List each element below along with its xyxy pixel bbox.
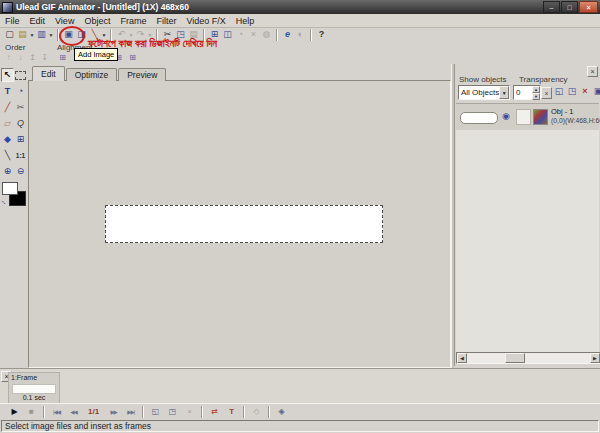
order-down-icon[interactable]: ↓ xyxy=(15,52,26,63)
tool-palette: ↖ T ◔ ╱ ✂ ▱ Q ◆ ⊞ ╲ 1:1 ⊕ ⊖ ↔ xyxy=(0,64,28,368)
menu-frame[interactable]: Frame xyxy=(115,16,151,26)
visibility-eye-icon[interactable]: ◉ xyxy=(502,111,510,121)
add-image-icon[interactable]: ▣ xyxy=(62,28,75,41)
order-to-back-icon[interactable]: ↧ xyxy=(39,52,50,63)
restore-button[interactable]: □ xyxy=(561,1,578,13)
preview-icon[interactable]: ◐ xyxy=(294,28,307,41)
foreground-color-swatch[interactable] xyxy=(2,182,18,195)
object-list-item[interactable]: ◉ Obj - 1 (0,0)(W:468,H:60) xyxy=(456,103,599,132)
toolbar-separator xyxy=(57,29,59,41)
go-last-frame-icon[interactable]: ▶▶| xyxy=(122,405,139,418)
transparency-spinner[interactable]: 0 ▲ ▼ xyxy=(513,85,541,100)
object-list-empty-area xyxy=(456,130,599,352)
mode-tabs: Edit Optimize Preview xyxy=(32,66,167,81)
scroll-right-icon[interactable]: ▶ xyxy=(590,353,600,363)
add-video-icon[interactable]: ◨ xyxy=(75,28,88,41)
magic-wand-tool-icon[interactable]: Q xyxy=(14,116,27,130)
previous-frame-icon[interactable]: ◀◀ xyxy=(65,405,82,418)
frame-counter: 1/1 xyxy=(82,407,105,416)
align-left-icon[interactable]: ⊞ xyxy=(56,52,69,63)
transform-tool-icon[interactable]: ◔ xyxy=(14,84,27,98)
spin-up-icon[interactable]: ▲ xyxy=(532,86,540,93)
window-title: Ulead GIF Animator - [Untitled] (1X) 468… xyxy=(16,2,542,12)
save-dropdown-icon[interactable]: ▼ xyxy=(48,28,54,41)
add-object-icon[interactable]: ◱ xyxy=(553,85,565,97)
play-icon[interactable]: ▶ xyxy=(6,405,23,418)
menu-object[interactable]: Object xyxy=(79,16,115,26)
reverse-frames-icon[interactable]: ⇄ xyxy=(206,405,223,418)
toolbar-separator xyxy=(201,406,203,418)
help-icon[interactable]: ? xyxy=(315,28,328,41)
tab-optimize[interactable]: Optimize xyxy=(66,68,118,81)
next-frame-icon[interactable]: ▶▶ xyxy=(105,405,122,418)
paintbrush-tool-icon[interactable]: ╱ xyxy=(1,100,14,114)
new-file-icon[interactable]: ▢ xyxy=(3,28,16,41)
object-properties-icon[interactable]: ▣ xyxy=(592,85,600,97)
add-banner-text-icon[interactable]: T xyxy=(223,405,240,418)
align-bottom-icon[interactable]: ⊞ xyxy=(126,52,139,63)
toolbar-separator xyxy=(43,406,45,418)
eraser-tool-icon[interactable]: ▱ xyxy=(1,116,14,130)
go-first-frame-icon[interactable]: |◀◀ xyxy=(48,405,65,418)
objects-filter-value: All Objects xyxy=(459,88,499,97)
object-panel-actions: ◱ ◳ × ▣ xyxy=(553,85,600,97)
frame-item[interactable]: 1:Frame 0.1 sec xyxy=(8,372,60,404)
zoom-in-tool-icon[interactable]: ⊕ xyxy=(1,164,14,178)
object-thumbnail xyxy=(460,112,498,124)
menu-file[interactable]: File xyxy=(0,16,25,26)
app-icon xyxy=(2,2,13,13)
spin-down-icon[interactable]: ▼ xyxy=(532,93,540,100)
order-to-front-icon[interactable]: ↥ xyxy=(27,52,38,63)
menu-edit[interactable]: Edit xyxy=(25,16,51,26)
tab-preview[interactable]: Preview xyxy=(118,68,166,81)
fill-tool-icon[interactable]: ◆ xyxy=(1,132,14,146)
save-icon[interactable]: ▥ xyxy=(35,28,48,41)
crop-tool-icon[interactable]: ⊞ xyxy=(14,132,27,146)
text-tool-icon[interactable]: T xyxy=(1,84,14,98)
duplicate-object-icon[interactable]: ◳ xyxy=(566,85,578,97)
zoom-out-tool-icon[interactable]: ⊖ xyxy=(14,164,27,178)
open-file-icon[interactable]: ▤ xyxy=(16,28,29,41)
toolbar-separator xyxy=(243,406,245,418)
tween-icon[interactable]: ◇ xyxy=(248,405,265,418)
toolbar-separator xyxy=(268,406,270,418)
delete-frame-icon[interactable]: × xyxy=(181,405,198,418)
marquee-tool-icon[interactable] xyxy=(14,68,27,82)
panel-close-icon[interactable]: × xyxy=(587,66,598,77)
stop-icon[interactable]: ■ xyxy=(23,405,40,418)
select-tool-icon[interactable]: ↖ xyxy=(1,68,14,82)
minimize-button[interactable]: – xyxy=(543,1,560,13)
delete-object-icon[interactable]: × xyxy=(579,85,591,97)
identical-frames-icon[interactable]: ◈ xyxy=(273,405,290,418)
scroll-thumb[interactable] xyxy=(505,353,525,363)
frame-duration: 0.1 sec xyxy=(9,394,59,401)
duplicate-frame-icon[interactable]: ◳ xyxy=(164,405,181,418)
annotation-text: ফটোশপে কাজ করা ডিজাইনটি দেখিয়ে দিন xyxy=(88,38,288,50)
menu-filter[interactable]: Filter xyxy=(151,16,181,26)
eyedropper-tool-icon[interactable]: ╲ xyxy=(1,148,14,162)
banner-image-object[interactable] xyxy=(105,205,383,243)
status-message: Select image files and insert as frames xyxy=(5,421,151,431)
tab-edit[interactable]: Edit xyxy=(32,66,65,81)
menu-video-fx[interactable]: Video F/X xyxy=(181,16,230,26)
menu-help[interactable]: Help xyxy=(231,16,260,26)
lasso-tool-icon[interactable]: ✂ xyxy=(14,100,27,114)
transparency-extra-button[interactable]: x xyxy=(541,87,552,99)
object-color-swatch xyxy=(533,109,548,125)
objects-filter-dropdown[interactable]: All Objects ▼ xyxy=(458,85,510,100)
object-list-hscrollbar[interactable]: ◀ ▶ xyxy=(456,352,600,364)
add-frame-icon[interactable]: ◱ xyxy=(147,405,164,418)
menu-view[interactable]: View xyxy=(50,16,79,26)
status-message-container: Select image files and insert as frames xyxy=(1,420,599,432)
order-up-icon[interactable]: ↑ xyxy=(3,52,14,63)
object-manager-panel: × Show objects Transparency All Objects … xyxy=(454,64,600,366)
title-bar: Ulead GIF Animator - [Untitled] (1X) 468… xyxy=(0,0,600,14)
actual-size-tool-icon[interactable]: 1:1 xyxy=(14,148,27,162)
transparency-label: Transparency xyxy=(519,75,568,84)
dropdown-arrow-icon[interactable]: ▼ xyxy=(499,86,509,99)
close-button[interactable]: × xyxy=(579,1,598,13)
object-geometry: (0,0)(W:468,H:60) xyxy=(551,117,600,124)
canvas-area[interactable] xyxy=(28,80,451,368)
scroll-left-icon[interactable]: ◀ xyxy=(457,353,467,363)
frame-timeline: × 1:Frame 0.1 sec xyxy=(0,368,600,404)
